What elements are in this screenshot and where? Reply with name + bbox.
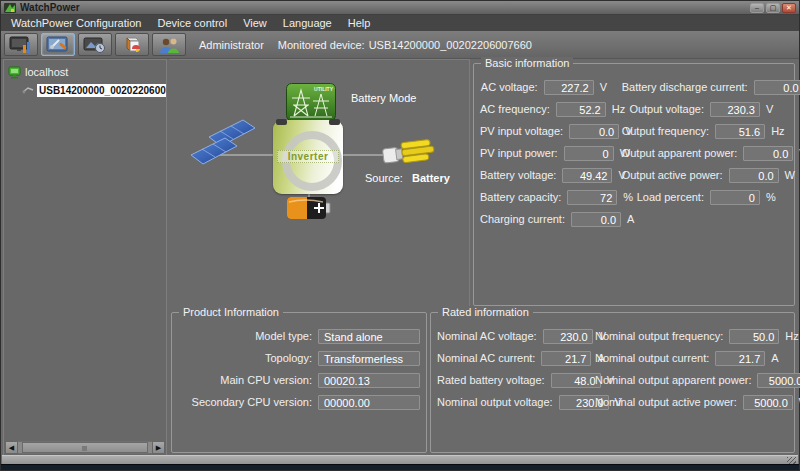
field-battery-voltage: Battery voltage:49.42V [480,167,622,183]
value-field: 52.2 [556,102,606,117]
value-field: 50.0 [729,329,779,344]
window-bottom-edge [1,464,799,470]
value-field: 227.2 [544,80,594,95]
computer-icon [8,66,22,79]
field-output-voltage: Output voltage:230.3V [622,101,788,117]
field-secondary-cpu-version: Secondary CPU version:00000.00 [178,394,420,410]
device-tree-panel: localhost USB14200000_00202206007660 ◀ ▶ [3,59,167,456]
event-log-icon[interactable] [78,33,112,56]
solar-panel-icon [189,115,257,171]
field-nominal-ac-current: Nominal AC current:21.7A [437,350,595,366]
field-pv-input-power: PV input power:0W [480,145,622,161]
menu-language[interactable]: Language [275,15,340,31]
battery-icon [285,194,333,222]
field-nominal-output-active-power: Nominal output active power:5000.0W [595,394,788,410]
tree-node-device[interactable]: USB14200000_00202206007660 [18,82,166,98]
watchpower-window: WatchPower – ▢ ✕ WatchPower Configuratio… [0,0,800,471]
value-field: 0.0 [754,80,800,95]
basic-information-group: Basic information AC voltage:227.2V AC f… [473,63,795,306]
value-field: 72 [567,190,617,205]
value-field: 5000.0 [757,373,800,388]
field-battery-capacity: Battery capacity:72% [480,189,622,205]
value-field: 49.42 [562,168,612,183]
tree-node-localhost[interactable]: localhost [4,64,166,80]
field-load-percent: Load percent:0% [622,189,788,205]
field-charging-current: Charging current:0.0A [480,211,622,227]
menu-view[interactable]: View [235,15,275,31]
field-rated-battery-voltage: Rated battery voltage:48.0V [437,372,595,388]
value-field: 00000.00 [318,395,420,410]
users-icon[interactable] [152,33,186,56]
close-button[interactable]: ✕ [782,3,796,13]
field-output-frequency: Output frequency:51.6Hz [622,123,788,139]
field-output-active-power: Output active power:0.0W [622,167,788,183]
menu-help[interactable]: Help [340,15,379,31]
toolbar: Administrator Monitored device: USB14200… [1,31,799,59]
menu-device-control[interactable]: Device control [149,15,235,31]
field-ac-voltage: AC voltage:227.2V [480,79,622,95]
value-field: 0.0 [743,146,793,161]
value-field: 0 [564,146,614,161]
field-ac-frequency: AC frequency:52.2Hz [480,101,622,117]
value-field: 48.0 [551,373,601,388]
utility-label-text: UTILITY [314,86,334,92]
inverter-icon: Inverter [273,120,343,194]
mode-label: Battery Mode [351,92,416,104]
scrollbar-track[interactable] [18,441,152,454]
field-model-type: Model type:Stand alone [178,328,420,344]
value-field: Stand alone [318,329,420,344]
resize-grip[interactable] [787,457,796,464]
title-bar: WatchPower – ▢ ✕ [1,1,799,15]
menu-bar: WatchPower Configuration Device control … [1,15,799,31]
field-nominal-output-frequency: Nominal output frequency:50.0Hz [595,328,788,344]
value-field: 51.6 [715,124,765,139]
source-label: Source: Battery [365,172,450,184]
window-title: WatchPower [20,2,748,13]
report-cube-icon[interactable] [115,33,149,56]
inverter-label: Inverter [277,150,339,163]
value-field: 21.7 [541,351,591,366]
device-link-icon [22,86,34,94]
maximize-button[interactable]: ▢ [766,3,780,13]
field-battery-discharge-current: Battery discharge current:0.0A [622,79,788,95]
monitor-chart-icon[interactable] [4,33,38,56]
product-information-group: Product Information Model type:Stand alo… [171,312,427,453]
value-field: 0.0 [729,168,779,183]
value-field: 00020.13 [318,373,420,388]
value-field: 230.0 [543,329,593,344]
field-main-cpu-version: Main CPU version:00020.13 [178,372,420,388]
value-field: 5000.0 [743,395,793,410]
minimize-button[interactable]: – [750,3,764,13]
tree-node-device-label: USB14200000_00202206007660 [37,84,166,97]
utility-grid-icon: UTILITY [286,83,336,122]
load-bulb-icon [381,136,437,168]
app-icon [4,3,16,13]
current-user-label: Administrator [199,39,264,51]
scrollbar-thumb[interactable] [22,442,148,453]
value-field: 0 [710,190,760,205]
source-label-text: Source: [365,172,403,184]
tree-horizontal-scrollbar[interactable]: ◀ ▶ [5,441,165,454]
field-nominal-output-apparent-power: Nominal output apparent power:5000.0VA [595,372,788,388]
value-field: 0.0 [571,212,621,227]
device-settings-icon[interactable] [41,33,75,56]
value-field: 21.7 [715,351,765,366]
monitored-device-label: Monitored device: [278,39,365,51]
field-topology: Topology:Transformerless [178,350,420,366]
field-nominal-output-voltage: Nominal output voltage:230.0V [437,394,595,410]
monitored-device-id: USB14200000_00202206007660 [369,39,532,51]
value-field: 0.0 [569,124,619,139]
scroll-right-arrow-icon[interactable]: ▶ [152,441,165,454]
field-output-apparent-power: Output apparent power:0.0VA [622,145,788,161]
value-field: Transformerless [318,351,420,366]
rated-information-group: Rated information Nominal AC voltage:230… [430,312,795,453]
value-field: 230.3 [710,102,760,117]
tree-node-localhost-label: localhost [25,66,68,78]
field-nominal-output-current: Nominal output current:21.7A [595,350,788,366]
power-flow-diagram: UTILITY Battery Mode Inverter [169,59,470,307]
menu-watchpower-configuration[interactable]: WatchPower Configuration [3,15,149,31]
source-value-text: Battery [412,172,450,184]
scroll-left-arrow-icon[interactable]: ◀ [5,441,18,454]
field-nominal-ac-voltage: Nominal AC voltage:230.0V [437,328,595,344]
field-pv-input-voltage: PV input voltage:0.0V [480,123,622,139]
